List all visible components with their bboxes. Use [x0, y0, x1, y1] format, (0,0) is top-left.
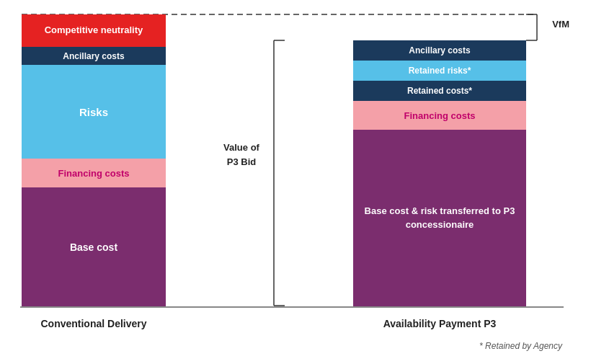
ancillary-costs-segment-ap: Ancillary costs: [353, 40, 526, 61]
p3-bid-label: Value ofP3 Bid: [202, 141, 281, 169]
footnote: * Retained by Agency: [479, 341, 562, 351]
base-cost-label-conv: Base cost: [70, 241, 117, 253]
retained-costs-segment: Retained costs*: [353, 81, 526, 101]
ap-bar: Base cost & risk transferred to P3 conce…: [353, 40, 526, 306]
competitive-neutrality-label: Competitive neutrality: [45, 25, 143, 37]
conventional-delivery-label: Conventional Delivery: [22, 318, 166, 329]
retained-risks-segment: Retained risks*: [353, 61, 526, 81]
risks-label-conv: Risks: [79, 106, 108, 118]
vfm-label: VfM: [552, 19, 569, 30]
axis-line: [20, 306, 564, 308]
base-cost-segment-conv: Base cost: [22, 187, 166, 306]
competitive-neutrality-segment: Competitive neutrality: [22, 14, 166, 47]
base-cost-segment-ap: Base cost & risk transferred to P3 conce…: [353, 130, 526, 306]
conventional-bar: Base cost Financing costs Risks Ancillar…: [22, 14, 166, 306]
risks-segment-conv: Risks: [22, 65, 166, 159]
chart-container: Base cost Financing costs Risks Ancillar…: [0, 0, 591, 364]
ancillary-costs-segment-conv: Ancillary costs: [22, 47, 166, 65]
retained-risks-label: Retained risks*: [409, 66, 471, 76]
financing-costs-label-conv: Financing costs: [58, 168, 130, 179]
ancillary-costs-label-ap: Ancillary costs: [409, 45, 470, 56]
financing-costs-label-ap: Financing costs: [404, 110, 476, 121]
financing-costs-segment-ap: Financing costs: [353, 101, 526, 130]
financing-costs-segment-conv: Financing costs: [22, 159, 166, 187]
ap-label: Availability Payment P3: [353, 318, 526, 329]
ancillary-costs-label-conv: Ancillary costs: [63, 51, 124, 61]
retained-costs-label: Retained costs*: [407, 86, 472, 96]
base-cost-label-ap: Base cost & risk transferred to P3 conce…: [359, 205, 520, 231]
